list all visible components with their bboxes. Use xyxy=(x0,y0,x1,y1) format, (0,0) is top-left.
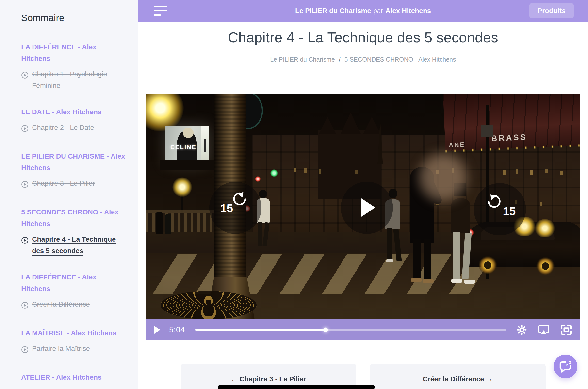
decor-tower-roof xyxy=(340,112,361,134)
play-button[interactable] xyxy=(154,326,160,334)
decor-tower-roof xyxy=(363,117,381,134)
decor-man-leg xyxy=(424,239,431,279)
decor-wall-light xyxy=(534,219,556,237)
sidebar-section: ATELIER - Alex Hitchens xyxy=(21,372,127,383)
section-title-link[interactable]: LA DIFFÉRENCE - Alex Hitchens xyxy=(21,41,127,64)
sidebar-section: LE DATE - Alex Hitchens Chapitre 2 - Le … xyxy=(21,106,127,136)
play-circle-icon xyxy=(21,236,29,257)
skip-forward-15-button[interactable]: 15 xyxy=(474,183,526,235)
sidebar-item-label: Parfaire la Maîtrise xyxy=(32,343,90,357)
decor-streetlight-glow xyxy=(172,177,192,197)
sidebar-item-parfaire-la-maitrise[interactable]: Parfaire la Maîtrise xyxy=(21,343,127,357)
redacted-black-bar xyxy=(218,385,375,389)
awning-text: ANE xyxy=(449,141,465,149)
top-header-bar: Le PILIER du Charisme par Alex Hitchens … xyxy=(138,0,588,22)
play-icon xyxy=(361,198,375,217)
play-overlay-button[interactable] xyxy=(341,182,393,234)
settings-gear-icon[interactable] xyxy=(517,325,527,335)
sidebar-section: LE PILIER DU CHARISME - Alex Hitchens Ch… xyxy=(21,150,127,192)
decor-tower-roof xyxy=(319,117,336,134)
video-picture[interactable]: ANE BRASS CELINE xyxy=(146,94,580,319)
awning-text: BRASS xyxy=(491,132,527,143)
chat-bubble-sleep-icon: z z xyxy=(559,360,572,373)
header-byword: par xyxy=(373,7,383,15)
decor-pedestrian-head xyxy=(259,190,267,198)
breadcrumb-separator: / xyxy=(339,56,341,63)
section-title-link[interactable]: LE DATE - Alex Hitchens xyxy=(21,106,127,118)
decor-woman-shoe xyxy=(464,280,475,284)
progress-knob[interactable] xyxy=(323,328,328,332)
decor-billboard: CELINE xyxy=(165,126,209,165)
face-blur-overlay xyxy=(415,149,472,206)
decor-lit-windows xyxy=(294,168,296,172)
decor-walker-shoe xyxy=(386,259,393,262)
section-title-link[interactable]: LA MAÎTRISE - Alex Hitchens xyxy=(21,327,127,339)
decor-walker-leg xyxy=(387,228,392,261)
decor-man-shoe xyxy=(423,279,434,283)
sidebar-item-label: Créer la Différence xyxy=(32,298,90,312)
section-title-link[interactable]: LA DIFFÉRENCE - Alex Hitchens xyxy=(21,271,127,294)
skip-forward-label: 15 xyxy=(503,204,516,218)
sidebar-section: LA MAÎTRISE - Alex Hitchens Parfaire la … xyxy=(21,327,127,357)
header-course-title: Le PILIER du Charisme par Alex Hitchens xyxy=(138,0,588,22)
video-control-bar: 5:04 xyxy=(146,319,580,340)
products-button[interactable]: Produits xyxy=(529,3,574,18)
play-circle-icon xyxy=(21,301,29,312)
sidebar-title: Sommaire xyxy=(21,13,127,23)
decor-cafe-awning: ANE BRASS xyxy=(443,94,580,151)
support-chat-button[interactable]: z z xyxy=(554,355,577,378)
decor-red-traffic-light xyxy=(255,176,261,182)
next-chapter-card[interactable]: Créer la Différence → xyxy=(370,364,546,389)
sidebar-sommaire: Sommaire LA DIFFÉRENCE - Alex Hitchens C… xyxy=(0,0,138,389)
decor-car-wheel xyxy=(536,257,555,275)
decor-woman-jeans-leg xyxy=(453,232,460,279)
section-title-link[interactable]: 5 SECONDES CHRONO - Alex Hitchens xyxy=(21,206,127,229)
main-content: Chapitre 4 - La Technique des 5 secondes… xyxy=(138,22,588,389)
forward-arrow-icon xyxy=(487,194,502,209)
sidebar-item-chapitre-2[interactable]: Chapitre 2 - Le Date xyxy=(21,122,127,136)
decor-pedestrian xyxy=(165,214,171,234)
skip-back-15-button[interactable]: 15 xyxy=(209,182,261,234)
sidebar-item-label: Chapitre 4 - La Technique des 5 secondes xyxy=(32,233,127,257)
section-title-link[interactable]: LE PILIER DU CHARISME - Alex Hitchens xyxy=(21,150,127,174)
decor-pedestrian xyxy=(156,212,163,234)
section-title-link[interactable]: ATELIER - Alex Hitchens xyxy=(21,372,127,383)
rewind-arrow-icon xyxy=(232,192,247,207)
header-author: Alex Hitchens xyxy=(385,7,431,15)
decor-green-traffic-light xyxy=(270,169,278,177)
decor-sign-plate xyxy=(481,125,493,137)
play-circle-icon xyxy=(21,180,29,192)
sidebar-item-chapitre-1[interactable]: Chapitre 1 - Psychologie Féminine xyxy=(21,68,127,91)
sidebar-item-creer-la-difference[interactable]: Créer la Différence xyxy=(21,298,127,312)
billboard-figure-head xyxy=(183,128,194,138)
progress-bar[interactable] xyxy=(195,329,506,331)
airplay-cast-icon[interactable] xyxy=(538,324,550,336)
sidebar-item-label: Chapitre 1 - Psychologie Féminine xyxy=(32,68,127,91)
decor-man-shoe xyxy=(411,278,422,282)
next-chapter-label: Créer la Différence → xyxy=(370,375,546,383)
skip-back-label: 15 xyxy=(220,201,233,215)
sidebar-section: 5 SECONDES CHRONO - Alex Hitchens Chapit… xyxy=(21,206,127,257)
svg-text:z: z xyxy=(566,362,568,367)
billboard-side-panel xyxy=(201,126,209,165)
billboard-text: CELINE xyxy=(165,144,201,151)
breadcrumb-course-link[interactable]: Le PILIER du Charisme xyxy=(270,56,335,63)
current-time: 5:04 xyxy=(169,325,185,334)
prev-chapter-label: ← Chapitre 3 - Le Pilier xyxy=(181,375,356,383)
breadcrumb-lesson: 5 SECONDES CHRONO - Alex Hitchens xyxy=(344,56,456,63)
header-course-name: Le PILIER du Charisme xyxy=(295,7,371,15)
sidebar-item-chapitre-3[interactable]: Chapitre 3 - Le Pilier xyxy=(21,178,127,192)
page-title: Chapitre 4 - La Technique des 5 secondes xyxy=(138,29,588,46)
decor-tree-grate xyxy=(161,291,257,319)
play-circle-icon xyxy=(21,345,29,357)
video-player[interactable]: ANE BRASS CELINE xyxy=(146,94,580,340)
sidebar-item-label: Chapitre 2 - Le Date xyxy=(32,122,94,136)
svg-text:z: z xyxy=(569,360,571,365)
sidebar-section: LA DIFFÉRENCE - Alex Hitchens Créer la D… xyxy=(21,271,127,312)
sidebar-section: LA DIFFÉRENCE - Alex Hitchens Chapitre 1… xyxy=(21,41,127,91)
fullscreen-icon[interactable] xyxy=(560,324,572,336)
decor-woman-shoe xyxy=(451,279,462,283)
play-circle-icon xyxy=(21,71,29,91)
sidebar-item-chapitre-4-active[interactable]: Chapitre 4 - La Technique des 5 secondes xyxy=(21,233,127,257)
decor-man-leg xyxy=(413,239,421,279)
